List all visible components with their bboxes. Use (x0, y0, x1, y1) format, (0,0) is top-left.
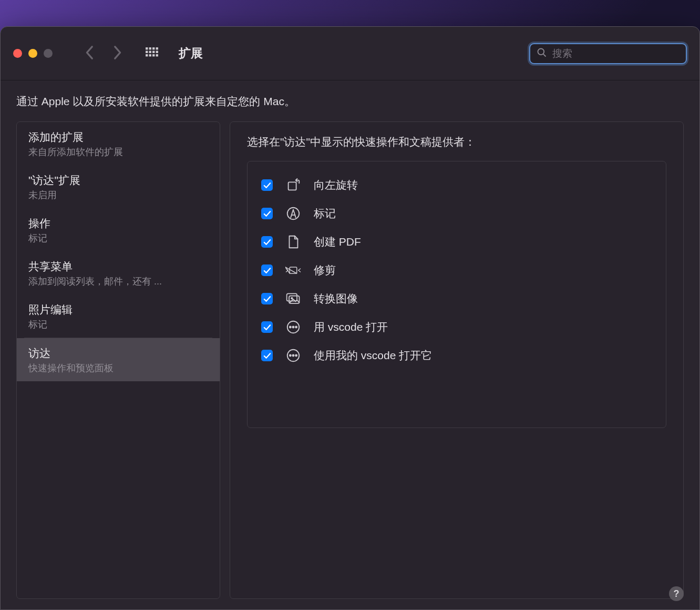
svg-point-22 (291, 298, 293, 299)
item-label: 创建 PDF (314, 235, 361, 249)
back-button[interactable] (84, 45, 96, 62)
sidebar-item-subtitle: 未启用 (28, 189, 208, 201)
sidebar-item-title: 访达 (28, 346, 208, 361)
sidebar-item-share-menu[interactable]: 共享菜单 添加到阅读列表，邮件，还有 ... (17, 251, 220, 294)
checkbox[interactable] (261, 179, 273, 191)
sidebar-item-title: 操作 (28, 216, 208, 231)
svg-line-13 (543, 54, 546, 56)
minimize-button[interactable] (28, 49, 37, 58)
sidebar-item-added-extensions[interactable]: 添加的扩展 来自所添加软件的扩展 (17, 122, 220, 165)
checkbox[interactable] (261, 350, 273, 361)
sidebar-item-finder-extensions[interactable]: "访达"扩展 未启用 (17, 165, 220, 208)
item-label: 用 vscode 打开 (314, 320, 388, 334)
checkbox[interactable] (261, 293, 273, 304)
svg-rect-1 (149, 47, 151, 49)
svg-rect-9 (149, 54, 151, 56)
list-item: 用 vscode 打开 (261, 313, 652, 341)
checkbox[interactable] (261, 265, 273, 276)
item-label: 修剪 (314, 263, 336, 278)
main-heading: 选择在"访达"中显示的快速操作和文稿提供者： (247, 135, 666, 149)
sidebar-item-subtitle: 添加到阅读列表，邮件，还有 ... (28, 275, 208, 288)
document-icon (284, 234, 302, 250)
svg-rect-3 (156, 47, 158, 49)
close-button[interactable] (13, 49, 22, 58)
list-item: 修剪 (261, 256, 652, 284)
list-item: 使用我的 vscode 打开它 (261, 341, 652, 370)
list-item: 转换图像 (261, 284, 652, 313)
svg-rect-7 (156, 50, 158, 53)
search-input[interactable] (552, 48, 680, 59)
titlebar: 扩展 (1, 27, 699, 80)
window-title: 扩展 (179, 45, 203, 62)
traffic-lights (13, 49, 53, 58)
item-label: 标记 (314, 206, 336, 221)
maximize-button[interactable] (44, 49, 53, 58)
svg-point-24 (290, 327, 291, 328)
main-panel: 选择在"访达"中显示的快速操作和文稿提供者： 向左旋转 (230, 121, 684, 599)
svg-rect-8 (146, 54, 148, 56)
checklist: 向左旋转 标记 (247, 161, 666, 428)
sidebar-item-title: "访达"扩展 (28, 173, 208, 188)
checkbox[interactable] (261, 236, 273, 248)
svg-point-30 (295, 355, 297, 357)
svg-rect-10 (152, 54, 155, 56)
sidebar-item-title: 添加的扩展 (28, 130, 208, 145)
sidebar-item-actions[interactable]: 操作 标记 (17, 208, 220, 251)
svg-point-29 (293, 355, 294, 357)
all-prefs-icon[interactable] (145, 47, 159, 60)
nav-arrows (84, 45, 123, 62)
trim-icon (284, 262, 302, 278)
search-icon (537, 47, 547, 60)
checkbox[interactable] (261, 321, 273, 333)
checkbox[interactable] (261, 208, 273, 219)
search-field[interactable] (529, 43, 687, 64)
svg-rect-2 (152, 47, 155, 49)
sidebar-item-title: 共享菜单 (28, 259, 208, 274)
svg-rect-5 (149, 50, 151, 53)
svg-point-26 (295, 327, 297, 328)
list-item: 标记 (261, 199, 652, 228)
images-icon (284, 291, 302, 307)
preferences-window: 扩展 通过 Apple 以及所安装软件提供的扩展来自定您的 Mac。 添加的扩展… (0, 26, 700, 610)
ellipsis-circle-icon (284, 348, 302, 363)
sidebar-item-subtitle: 标记 (28, 232, 208, 245)
content: 通过 Apple 以及所安装软件提供的扩展来自定您的 Mac。 添加的扩展 来自… (1, 80, 699, 609)
markup-icon (284, 206, 302, 221)
sidebar-item-finder[interactable]: 访达 快速操作和预览面板 (17, 338, 220, 381)
item-label: 向左旋转 (314, 178, 358, 192)
svg-point-25 (293, 327, 294, 328)
rotate-left-icon (284, 177, 302, 193)
svg-point-28 (290, 355, 291, 357)
sidebar-item-title: 照片编辑 (28, 302, 208, 317)
sidebar-item-photo-editing[interactable]: 照片编辑 标记 (17, 294, 220, 338)
forward-button[interactable] (111, 45, 123, 62)
svg-rect-4 (146, 50, 148, 53)
help-button[interactable]: ? (669, 586, 684, 601)
item-label: 使用我的 vscode 打开它 (314, 348, 432, 363)
svg-rect-14 (289, 182, 296, 190)
sidebar-item-subtitle: 来自所添加软件的扩展 (28, 146, 208, 158)
svg-rect-0 (146, 47, 148, 49)
sidebar: 添加的扩展 来自所添加软件的扩展 "访达"扩展 未启用 操作 标记 共享菜单 添… (16, 121, 220, 599)
ellipsis-circle-icon (284, 319, 302, 335)
svg-rect-6 (152, 50, 155, 53)
description: 通过 Apple 以及所安装软件提供的扩展来自定您的 Mac。 (16, 94, 684, 109)
list-item: 向左旋转 (261, 171, 652, 199)
sidebar-item-subtitle: 标记 (28, 318, 208, 331)
list-item: 创建 PDF (261, 228, 652, 256)
svg-point-12 (538, 48, 544, 55)
svg-rect-11 (156, 54, 158, 56)
item-label: 转换图像 (314, 291, 358, 306)
sidebar-item-subtitle: 快速操作和预览面板 (28, 362, 208, 374)
